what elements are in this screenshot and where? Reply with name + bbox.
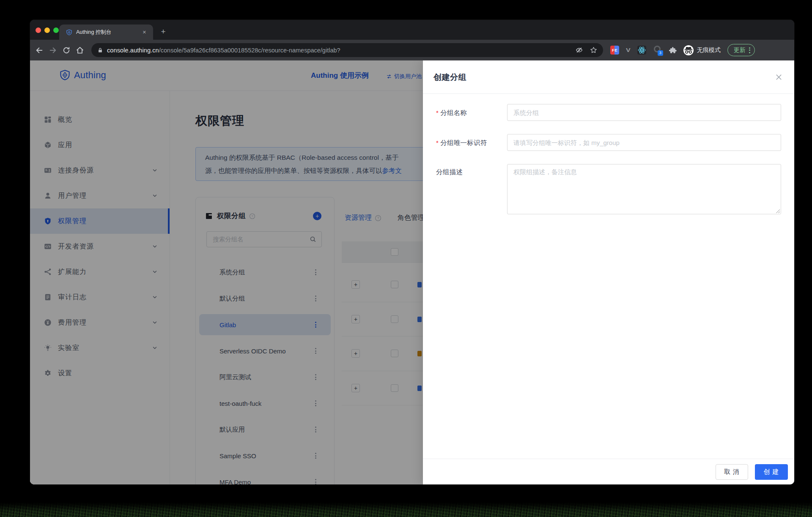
lock-icon[interactable] xyxy=(97,47,103,53)
incognito-indicator: 无痕模式 xyxy=(683,45,721,55)
create-group-drawer: 创建分组 *分组名称 *分组唯一标识符 分组描述 取 消 创 建 xyxy=(423,60,794,484)
incognito-icon xyxy=(683,45,694,55)
drawer-title: 创建分组 xyxy=(433,60,466,94)
incognito-label: 无痕模式 xyxy=(697,47,721,54)
home-icon[interactable] xyxy=(76,46,84,55)
back-icon[interactable] xyxy=(35,46,44,55)
required-asterisk: * xyxy=(436,109,439,116)
update-label: 更新 xyxy=(734,47,746,54)
eye-off-icon[interactable] xyxy=(576,47,583,54)
group-name-input[interactable] xyxy=(507,104,781,121)
field-label-group-description: 分组描述 xyxy=(436,168,463,177)
create-button[interactable]: 创 建 xyxy=(755,464,788,480)
url-host: console.authing.cn xyxy=(107,47,159,54)
menu-kebab-icon[interactable] xyxy=(749,47,750,53)
extensions-bar: FE V 3 无痕模式 更新 xyxy=(610,43,755,57)
extension-badge-icon[interactable]: 3 xyxy=(653,46,662,55)
bookmark-star-icon[interactable] xyxy=(590,47,597,54)
browser-tabstrip: Authing 控制台 ✕ + xyxy=(30,20,794,40)
desktop: Authing 控制台 ✕ + console.authing.cn /cons… xyxy=(0,0,812,517)
field-label-group-identifier: *分组唯一标识符 xyxy=(436,139,487,148)
browser-toolbar: console.authing.cn /console/5a9fa26cf863… xyxy=(30,40,794,60)
url-path: /console/5a9fa26cf8635a000185528c/resour… xyxy=(159,47,571,54)
extensions-puzzle-icon[interactable] xyxy=(669,47,677,54)
fullscreen-window-button[interactable] xyxy=(53,27,59,33)
desktop-wallpaper-edge xyxy=(0,503,812,517)
forward-icon[interactable] xyxy=(49,46,57,55)
tab-close-icon[interactable]: ✕ xyxy=(141,29,148,36)
group-identifier-input[interactable] xyxy=(507,134,781,151)
close-window-button[interactable] xyxy=(36,27,41,33)
react-devtools-icon[interactable] xyxy=(637,46,646,55)
favicon-shield-icon xyxy=(66,29,72,36)
macos-window-controls[interactable] xyxy=(36,27,59,33)
browser-window: Authing 控制台 ✕ + console.authing.cn /cons… xyxy=(30,20,794,484)
browser-tab[interactable]: Authing 控制台 ✕ xyxy=(59,25,153,40)
extension-badge-count: 3 xyxy=(658,50,663,56)
drawer-footer: 取 消 创 建 xyxy=(423,459,794,484)
tab-title: Authing 控制台 xyxy=(76,29,141,36)
group-description-textarea[interactable] xyxy=(507,164,781,214)
fe-extension-icon[interactable]: FE xyxy=(610,46,619,55)
address-bar[interactable]: console.authing.cn /console/5a9fa26cf863… xyxy=(91,43,603,57)
drawer-header: 创建分组 xyxy=(423,60,794,94)
close-icon[interactable] xyxy=(775,73,783,81)
minimize-window-button[interactable] xyxy=(44,27,50,33)
page-viewport: Authing Authing 使用示例 切换用户池 概览 xyxy=(30,60,794,484)
required-asterisk: * xyxy=(436,139,439,146)
chrome-update-button[interactable]: 更新 xyxy=(727,44,755,56)
field-label-group-name: *分组名称 xyxy=(436,109,467,118)
reload-icon[interactable] xyxy=(62,46,71,55)
vue-devtools-icon[interactable]: V xyxy=(626,47,631,53)
new-tab-button[interactable]: + xyxy=(158,27,168,36)
cancel-button[interactable]: 取 消 xyxy=(716,464,748,480)
